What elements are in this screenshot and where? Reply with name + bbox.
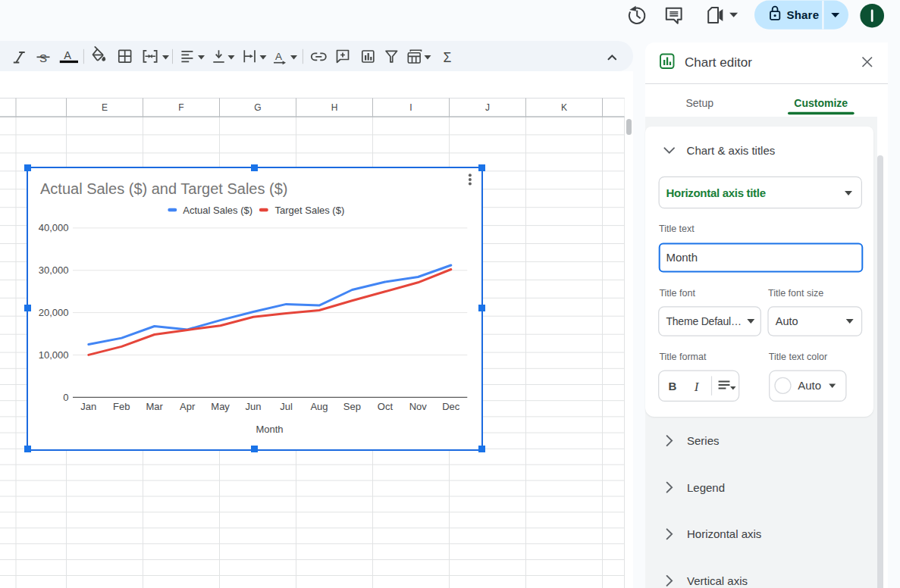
svg-text:B: B <box>668 380 676 393</box>
svg-text:Title font: Title font <box>659 288 695 299</box>
svg-text:Series: Series <box>687 434 720 447</box>
svg-text:Theme Defaul…: Theme Defaul… <box>666 315 741 327</box>
svg-text:Auto: Auto <box>798 379 821 392</box>
svg-text:Title text: Title text <box>659 224 695 234</box>
svg-text:Auto: Auto <box>776 315 798 327</box>
svg-text:Horizontal axis: Horizontal axis <box>687 527 761 540</box>
svg-text:Title font size: Title font size <box>768 288 823 299</box>
svg-text:Title text color: Title text color <box>769 352 827 362</box>
svg-text:Customize: Customize <box>794 97 848 109</box>
svg-text:Month: Month <box>666 251 698 264</box>
svg-text:Horizontal axis title: Horizontal axis title <box>666 186 766 199</box>
svg-text:Vertical axis: Vertical axis <box>687 574 748 587</box>
svg-text:Title format: Title format <box>659 352 707 362</box>
svg-text:Setup: Setup <box>685 97 713 109</box>
svg-text:Chart editor: Chart editor <box>685 55 752 70</box>
svg-text:Legend: Legend <box>687 481 725 494</box>
svg-text:Chart & axis titles: Chart & axis titles <box>687 144 776 157</box>
